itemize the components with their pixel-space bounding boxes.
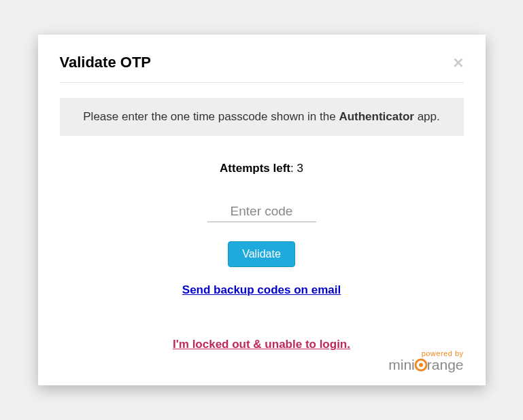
instruction-bold: Authenticator — [339, 110, 414, 123]
attempts-label: Attempts left — [220, 162, 290, 175]
modal-header: Validate OTP × — [60, 54, 464, 83]
powered-by-footer: powered by minirange — [388, 349, 463, 372]
instruction-banner: Please enter the one time passcode shown… — [60, 98, 464, 136]
attempts-text: Attempts left: 3 — [60, 162, 464, 175]
close-icon[interactable]: × — [453, 54, 463, 71]
instruction-prefix: Please enter the one time passcode shown… — [83, 110, 339, 123]
otp-modal: Validate OTP × Please enter the one time… — [38, 35, 486, 385]
instruction-suffix: app. — [414, 110, 440, 123]
brand-logo: minirange — [388, 357, 463, 372]
otp-input[interactable] — [207, 201, 316, 222]
brand-suffix: range — [427, 357, 464, 372]
modal-title: Validate OTP — [60, 54, 152, 71]
validate-button[interactable]: Validate — [228, 241, 295, 267]
attempts-value: 3 — [297, 162, 303, 175]
svg-point-1 — [419, 363, 423, 367]
brand-prefix: mini — [388, 357, 415, 372]
backup-codes-link[interactable]: Send backup codes on email — [60, 283, 464, 297]
brand-orange-icon — [414, 358, 428, 372]
